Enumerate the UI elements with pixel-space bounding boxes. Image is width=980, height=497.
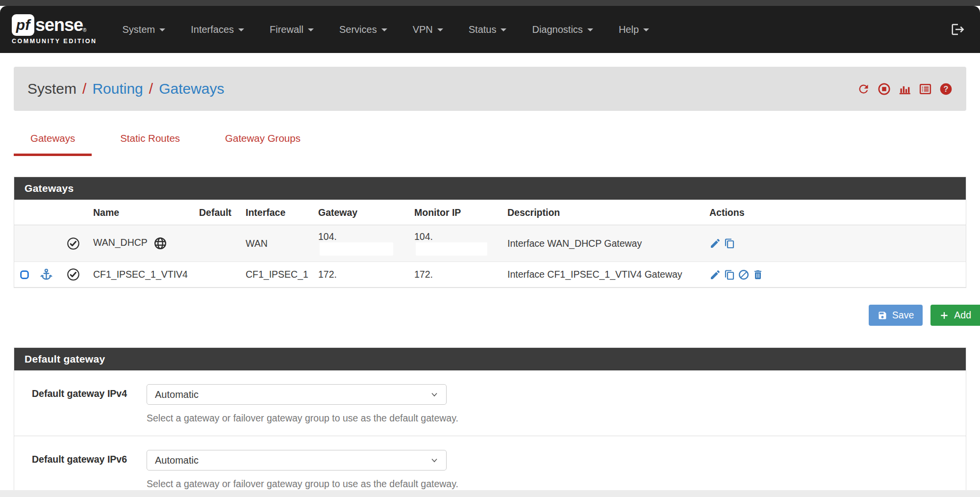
default-gateway-ipv4-label: Default gateway IPv4 [14, 384, 147, 399]
anchor-icon [40, 268, 53, 281]
chevron-down-icon [643, 28, 649, 31]
col-monitor-ip: Monitor IP [409, 200, 503, 225]
gateways-panel-title: Gateways [14, 177, 966, 200]
menu-system[interactable]: System [110, 24, 178, 35]
breadcrumb-routing-link[interactable]: Routing [92, 80, 143, 97]
col-description: Description [503, 200, 704, 225]
log-list-icon[interactable] [919, 82, 932, 96]
tab-static-routes[interactable]: Static Routes [103, 132, 197, 156]
breadcrumb-bar: System / Routing / Gateways [14, 67, 966, 111]
check-circle-icon [67, 268, 80, 281]
default-gateway-ipv6-help: Select a gateway or failover gateway gro… [147, 478, 458, 490]
interface-cell: WAN [241, 225, 313, 262]
breadcrumb-gateways-link[interactable]: Gateways [159, 80, 224, 97]
gateways-table: Name Default Interface Gateway Monitor I… [14, 200, 966, 288]
description-cell: Interface CF1_IPSEC_1_VTIV4 Gateway [503, 262, 704, 288]
col-interface: Interface [241, 200, 313, 225]
col-actions: Actions [704, 200, 966, 225]
monitor-ip-cell: 172. [409, 262, 503, 288]
window-top-strip [0, 0, 980, 6]
gateway-ip-cell: 172. [313, 262, 409, 288]
pfsense-gateways-page: pf sense ® COMMUNITY EDITION System Inte… [0, 0, 980, 497]
gateways-panel: Gateways Name Default Interface Gateway … [14, 177, 966, 288]
row-actions [709, 237, 961, 249]
breadcrumb-system: System [27, 80, 76, 97]
chevron-down-icon [430, 456, 438, 464]
globe-icon [154, 237, 167, 250]
monitor-ip-cell: 104. [409, 225, 503, 262]
chart-icon[interactable] [898, 82, 911, 96]
default-gateway-ipv4-select[interactable]: Automatic [147, 384, 447, 405]
col-gateway: Gateway [313, 200, 409, 225]
sign-out-icon[interactable] [951, 22, 965, 37]
col-default: Default [194, 200, 241, 225]
pf-logo-text: pf [16, 17, 30, 33]
tab-gateways[interactable]: Gateways [14, 132, 92, 156]
col-name: Name [88, 200, 194, 225]
routing-tabs: Gateways Static Routes Gateway Groups [14, 132, 966, 156]
menu-interfaces[interactable]: Interfaces [178, 24, 257, 35]
registered-mark: ® [83, 27, 86, 33]
table-row: CF1_IPSEC_1_VTIV4 CF1_IPSEC_1 172. 172. … [14, 262, 966, 288]
redacted-value [416, 242, 487, 256]
menu-vpn[interactable]: VPN [400, 24, 456, 35]
edit-icon[interactable] [709, 237, 721, 249]
disable-icon[interactable] [738, 269, 750, 281]
table-header-row: Name Default Interface Gateway Monitor I… [14, 200, 966, 225]
menu-diagnostics[interactable]: Diagnostics [519, 24, 605, 35]
stop-icon[interactable] [878, 82, 891, 96]
redacted-value [320, 242, 393, 256]
copy-icon[interactable] [724, 269, 735, 281]
gateway-name-cell: WAN_DHCP [88, 225, 194, 262]
community-edition-label: COMMUNITY EDITION [12, 38, 97, 45]
default-gateway-ipv4-help: Select a gateway or failover gateway gro… [147, 413, 458, 424]
chevron-down-icon [501, 28, 506, 31]
page-bottom-strip [0, 490, 980, 497]
chevron-down-icon [587, 28, 593, 31]
description-cell: Interface WAN_DHCP Gateway [503, 225, 704, 262]
default-gateway-ipv6-select[interactable]: Automatic [147, 450, 447, 471]
help-icon[interactable]: ? [939, 82, 953, 96]
menu-help[interactable]: Help [606, 24, 662, 35]
tab-gateway-groups[interactable]: Gateway Groups [208, 132, 317, 156]
breadcrumb: System / Routing / Gateways [27, 80, 225, 97]
delete-icon[interactable] [752, 269, 764, 281]
refresh-icon[interactable] [857, 82, 870, 96]
table-row: WAN_DHCP WAN 104. 104. Interface WAN_DHC… [14, 225, 966, 262]
default-gateway-ipv4-row: Default gateway IPv4 Automatic Select a … [14, 370, 966, 436]
sense-logo-text: sense [35, 15, 83, 35]
top-navbar: pf sense ® COMMUNITY EDITION System Inte… [0, 6, 980, 53]
main-menu: System Interfaces Firewall Services VPN … [110, 24, 662, 35]
save-icon [878, 311, 887, 320]
save-button[interactable]: Save [869, 305, 923, 326]
default-gateway-panel-title: Default gateway [14, 348, 966, 370]
menu-status[interactable]: Status [456, 24, 520, 35]
menu-firewall[interactable]: Firewall [257, 24, 327, 35]
chevron-down-icon [238, 28, 244, 31]
pfsense-logo[interactable]: pf sense ® COMMUNITY EDITION [12, 14, 97, 45]
chevron-down-icon [159, 28, 165, 31]
chevron-down-icon [430, 391, 438, 398]
svg-text:?: ? [944, 84, 949, 93]
default-gateway-ipv6-label: Default gateway IPv6 [14, 450, 147, 465]
default-gateway-panel: Default gateway Default gateway IPv4 Aut… [14, 347, 966, 497]
add-button[interactable]: Add [930, 305, 980, 326]
chevron-down-icon [437, 28, 443, 31]
plus-icon [939, 311, 949, 320]
check-circle-icon [67, 237, 80, 250]
gateway-name-cell: CF1_IPSEC_1_VTIV4 [88, 262, 194, 288]
interface-cell: CF1_IPSEC_1 [241, 262, 313, 288]
edit-icon[interactable] [709, 269, 721, 281]
button-row: Save Add [0, 305, 980, 326]
checkbox-square-icon[interactable] [19, 269, 30, 280]
page-action-icons: ? [857, 82, 953, 96]
chevron-down-icon [381, 28, 387, 31]
gateway-ip-cell: 104. [313, 225, 409, 262]
default-gateway-ipv6-row: Default gateway IPv6 Automatic Select a … [14, 436, 966, 497]
pf-logo-box: pf [12, 14, 34, 36]
row-actions [709, 269, 961, 281]
menu-services[interactable]: Services [327, 24, 400, 35]
copy-icon[interactable] [724, 237, 735, 249]
chevron-down-icon [308, 28, 314, 31]
